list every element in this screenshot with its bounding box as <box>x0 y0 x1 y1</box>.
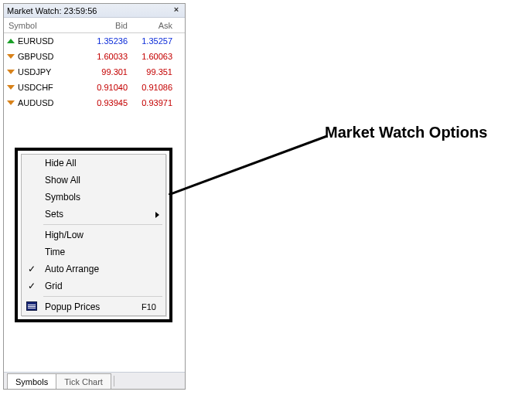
menu-item-popup-prices[interactable]: Popup Prices F10 <box>22 298 165 315</box>
annotation-label: Market Watch Options <box>325 124 487 141</box>
svg-line-0 <box>169 136 327 195</box>
ask-cell: 99.351 <box>132 67 179 77</box>
menu-label: Sets <box>45 209 63 220</box>
symbol-cell: EURUSD <box>18 36 53 46</box>
checkmark-icon: ✓ <box>28 281 36 291</box>
ask-cell: 1.35257 <box>132 36 179 46</box>
menu-item-hide-all[interactable]: Hide All <box>22 155 165 172</box>
arrow-down-icon <box>7 68 15 76</box>
menu-separator <box>43 296 162 297</box>
menu-separator <box>43 224 162 225</box>
menu-item-high-low[interactable]: High/Low <box>22 226 165 243</box>
menu-item-time[interactable]: Time <box>22 243 165 260</box>
tab-tick-chart[interactable]: Tick Chart <box>56 373 111 389</box>
table-row[interactable]: USDJPY 99.301 99.351 <box>4 64 185 80</box>
table-row[interactable]: USDCHF 0.91040 0.91086 <box>4 80 185 95</box>
menu-label: Grid <box>45 281 63 291</box>
symbol-cell: USDJPY <box>18 67 51 77</box>
panel-tabs: Symbols Tick Chart <box>4 372 185 389</box>
table-row[interactable]: GBPUSD 1.60033 1.60063 <box>4 49 185 64</box>
menu-label: Symbols <box>45 192 80 203</box>
context-menu: Hide All Show All Symbols Sets High/Low <box>21 154 166 316</box>
bid-cell: 0.91040 <box>78 83 132 92</box>
popup-prices-icon <box>26 301 37 311</box>
bid-cell: 0.93945 <box>78 98 132 107</box>
chevron-right-icon <box>155 212 159 218</box>
panel-title: Market Watch: 23:59:56 <box>7 6 97 15</box>
arrow-up-icon <box>7 37 15 45</box>
col-header-ask[interactable]: Ask <box>132 21 179 30</box>
menu-shortcut: F10 <box>142 302 156 312</box>
menu-label: Hide All <box>45 158 77 169</box>
ask-cell: 0.93971 <box>132 98 179 107</box>
table-body: EURUSD 1.35236 1.35257 GBPUSD 1.60033 1.… <box>4 33 185 372</box>
checkmark-icon: ✓ <box>28 264 36 274</box>
menu-item-sets[interactable]: Sets <box>22 206 165 223</box>
tab-label: Symbols <box>15 377 48 386</box>
context-menu-highlight: Hide All Show All Symbols Sets High/Low <box>15 148 172 322</box>
close-icon[interactable]: × <box>171 5 182 15</box>
market-watch-panel: Market Watch: 23:59:56 × Symbol Bid Ask … <box>3 3 186 390</box>
menu-item-show-all[interactable]: Show All <box>22 172 165 189</box>
menu-item-symbols[interactable]: Symbols <box>22 189 165 206</box>
arrow-down-icon <box>7 83 15 91</box>
symbol-cell: GBPUSD <box>18 52 53 61</box>
table-row[interactable]: EURUSD 1.35236 1.35257 <box>4 33 185 49</box>
menu-item-grid[interactable]: ✓ Grid <box>22 278 165 295</box>
menu-label: High/Low <box>45 230 84 240</box>
col-header-symbol[interactable]: Symbol <box>4 21 78 30</box>
tab-symbols[interactable]: Symbols <box>7 373 56 389</box>
table-row[interactable]: AUDUSD 0.93945 0.93971 <box>4 95 185 111</box>
tab-label: Tick Chart <box>64 377 103 386</box>
arrow-down-icon <box>7 53 15 60</box>
panel-titlebar: Market Watch: 23:59:56 × <box>4 4 185 18</box>
bid-cell: 1.60033 <box>78 52 132 61</box>
ask-cell: 1.60063 <box>132 52 179 61</box>
arrow-down-icon <box>7 99 15 107</box>
menu-item-auto-arrange[interactable]: ✓ Auto Arrange <box>22 260 165 278</box>
menu-label: Time <box>45 247 65 257</box>
col-header-bid[interactable]: Bid <box>78 21 132 30</box>
menu-label: Show All <box>45 175 80 186</box>
menu-label: Auto Arrange <box>45 264 99 274</box>
symbol-cell: USDCHF <box>18 83 53 92</box>
menu-label: Popup Prices <box>45 301 100 312</box>
bid-cell: 1.35236 <box>78 36 132 46</box>
symbol-cell: AUDUSD <box>18 98 53 107</box>
table-header[interactable]: Symbol Bid Ask <box>4 18 185 33</box>
bid-cell: 99.301 <box>78 67 132 77</box>
ask-cell: 0.91086 <box>132 83 179 92</box>
tab-separator <box>114 376 114 386</box>
annotation-arrow <box>169 133 331 195</box>
